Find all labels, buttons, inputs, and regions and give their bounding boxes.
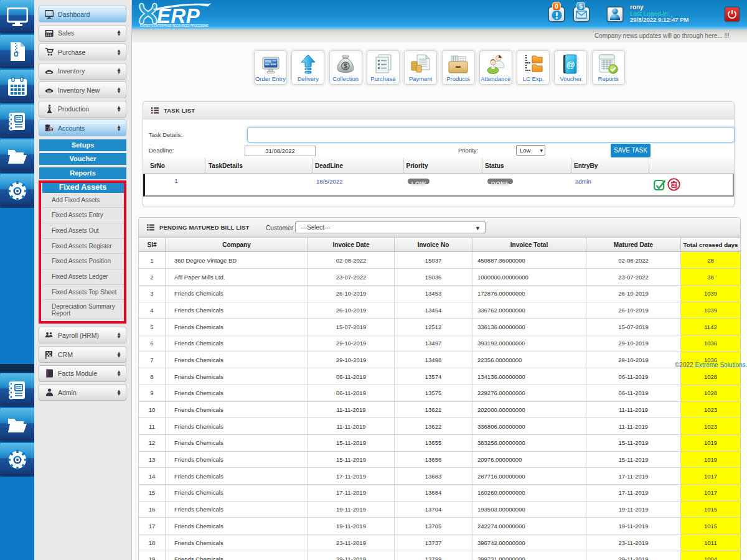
svg-text:@: @	[566, 60, 575, 70]
svg-text:$: $	[50, 127, 52, 131]
svg-text:EXTRISTE ENTERPRISE RECOURCES: EXTRISTE ENTERPRISE RECOURCES PROCESSING	[140, 24, 209, 27]
svg-text:$: $	[344, 62, 347, 70]
